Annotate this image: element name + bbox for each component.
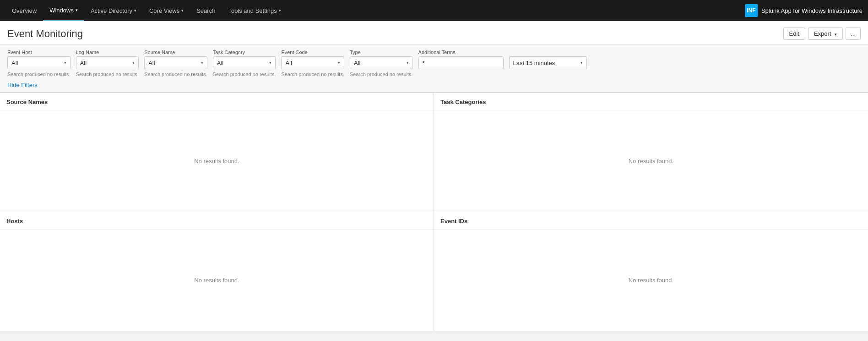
page-header: Event Monitoring Edit Export ▾ ... [0,21,868,44]
filter-label-time-range [509,50,587,55]
panel-body-event-ids: No results found. [434,230,868,331]
filter-no-results-source-name: Search produced no results. [144,72,207,77]
avatar: INF [745,4,758,17]
nav-label-tools-and-settings: Tools and Settings [228,7,277,14]
filter-group-source-name: Source Name All ▾ Search produced no res… [144,50,207,77]
nav-item-core-views[interactable]: Core Views ▾ [143,0,190,21]
filter-label-type: Type [350,50,413,55]
filter-group-event-code: Event Code All ▾ Search produced no resu… [281,50,344,77]
panel-hosts: Hosts No results found. [0,212,434,331]
chevron-down-icon: ▾ [580,60,583,65]
filter-select-task-category[interactable]: All ▾ [213,56,276,69]
chevron-down-icon: ▾ [181,8,184,13]
no-results-event-ids: No results found. [629,277,673,284]
panel-body-hosts: No results found. [0,230,434,331]
header-actions: Edit Export ▾ ... [783,28,861,40]
nav-brand: INF Splunk App for Windows Infrastructur… [745,4,863,17]
chevron-down-icon: ▾ [134,8,136,13]
panel-source-names: Source Names No results found. [0,93,434,212]
filter-select-source-name[interactable]: All ▾ [144,56,207,69]
chevron-down-icon: ▾ [269,60,271,65]
filter-select-event-host[interactable]: All ▾ [7,56,71,69]
filter-group-additional-terms: Additional Terms [418,50,504,69]
nav-label-windows: Windows [49,7,74,14]
filter-no-results-type: Search produced no results. [350,72,413,77]
filter-no-results-log-name: Search produced no results. [76,72,139,77]
filter-select-type[interactable]: All ▾ [350,56,413,69]
filter-label-event-code: Event Code [281,50,344,55]
chevron-down-icon: ▾ [64,60,66,65]
brand-name: Splunk App for Windows Infrastructure [761,7,863,14]
nav-label-core-views: Core Views [149,7,179,14]
chevron-down-icon: ▾ [407,60,409,65]
chevron-down-icon: ▾ [835,32,837,37]
no-results-hosts: No results found. [194,277,239,284]
panel-title-event-ids: Event IDs [434,212,868,230]
panel-event-ids: Event IDs No results found. [434,212,868,331]
filters-area: Event Host All ▾ Search produced no resu… [0,44,868,93]
panel-body-task-categories: No results found. [434,110,868,212]
nav-item-active-directory[interactable]: Active Directory ▾ [84,0,143,21]
edit-button[interactable]: Edit [783,28,805,40]
panel-title-source-names: Source Names [0,93,434,110]
panel-title-hosts: Hosts [0,212,434,230]
filter-label-task-category: Task Category [213,50,276,55]
filter-group-type: Type All ▾ Search produced no results. [350,50,413,77]
filter-no-results-event-host: Search produced no results. [7,72,71,77]
panel-title-task-categories: Task Categories [434,93,868,110]
hide-filters-link[interactable]: Hide Filters [7,82,38,88]
navbar: Overview Windows ▾ Active Directory ▾ Co… [0,0,868,21]
filter-label-log-name: Log Name [76,50,139,55]
nav-item-windows[interactable]: Windows ▾ [43,0,84,21]
nav-item-overview[interactable]: Overview [5,0,43,21]
filter-group-task-category: Task Category All ▾ Search produced no r… [213,50,276,77]
no-results-source-names: No results found. [194,158,239,165]
export-button[interactable]: Export ▾ [808,28,843,40]
additional-terms-input[interactable] [418,56,504,69]
filter-label-additional-terms: Additional Terms [418,50,504,55]
nav-label-active-directory: Active Directory [91,7,132,14]
more-button[interactable]: ... [846,28,861,40]
no-results-task-categories: No results found. [629,158,673,165]
nav-label-overview: Overview [12,7,37,14]
panel-body-source-names: No results found. [0,110,434,212]
filters-row: Event Host All ▾ Search produced no resu… [7,50,861,77]
filter-select-time-range[interactable]: Last 15 minutes ▾ [509,56,587,69]
filter-label-event-host: Event Host [7,50,71,55]
nav-label-search: Search [196,7,215,14]
filter-no-results-event-code: Search produced no results. [281,72,344,77]
panels-grid: Source Names No results found. Task Cate… [0,93,868,331]
filter-select-event-code[interactable]: All ▾ [281,56,344,69]
filter-group-time-range: Last 15 minutes ▾ [509,50,587,69]
chevron-down-icon: ▾ [76,8,78,12]
nav-item-tools-and-settings[interactable]: Tools and Settings ▾ [222,0,287,21]
filter-group-event-host: Event Host All ▾ Search produced no resu… [7,50,71,77]
filter-label-source-name: Source Name [144,50,207,55]
chevron-down-icon: ▾ [132,60,135,65]
nav-item-search[interactable]: Search [190,0,222,21]
filter-no-results-task-category: Search produced no results. [213,72,276,77]
filter-select-log-name[interactable]: All ▾ [76,56,139,69]
filter-group-log-name: Log Name All ▾ Search produced no result… [76,50,139,77]
chevron-down-icon: ▾ [201,60,203,65]
panel-task-categories: Task Categories No results found. [434,93,868,212]
chevron-down-icon: ▾ [338,60,340,65]
main-content: Event Monitoring Edit Export ▾ ... Event… [0,21,868,331]
page-title: Event Monitoring [7,28,83,40]
chevron-down-icon: ▾ [279,8,281,13]
